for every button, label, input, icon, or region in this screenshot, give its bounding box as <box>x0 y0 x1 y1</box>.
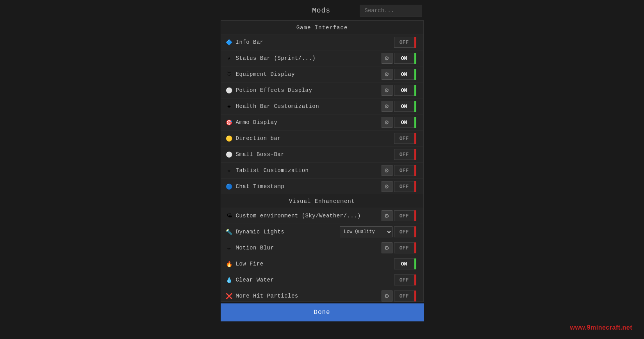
mod-controls-0-2: ⚙ON <box>382 69 419 80</box>
mod-name-1-0: Custom environment (Sky/Weather/...) <box>236 213 382 219</box>
toggle-bar-1-5 <box>414 291 416 301</box>
mod-controls-0-0: OFF <box>394 37 419 48</box>
toggle-label-0-5: ON <box>394 117 414 128</box>
mod-controls-1-3: ON <box>394 258 419 269</box>
toggle-label-0-3: ON <box>394 85 414 96</box>
mod-row-0-9: 🔵Chat Timestamp⚙OFF <box>221 178 423 194</box>
mod-name-0-2: Equipment Display <box>236 71 382 77</box>
toggle-button-0-4[interactable]: ON <box>394 101 419 112</box>
mod-icon-0-2: 🛡 <box>225 71 234 77</box>
mod-icon-1-0: 🌤 <box>225 213 234 219</box>
mod-name-0-9: Chat Timestamp <box>236 183 382 190</box>
toggle-bar-1-1 <box>414 226 416 237</box>
mod-icon-0-5: 🎯 <box>225 119 234 126</box>
dropdown-1-1[interactable]: Low QualityMedium QualityHigh QualityUlt… <box>340 226 392 237</box>
mod-row-0-6: 🟡Direction barOFF <box>221 130 423 146</box>
mod-row-1-3: 🔥Low FireON <box>221 256 423 272</box>
mod-icon-0-8: ✳️ <box>225 167 234 174</box>
mod-name-0-8: Tablist Customization <box>236 167 382 174</box>
gear-button-0-4[interactable]: ⚙ <box>382 101 392 112</box>
mod-controls-1-2: ⚙OFF <box>382 242 419 253</box>
mod-row-0-2: 🛡Equipment Display⚙ON <box>221 66 423 82</box>
mod-name-0-1: Status Bar (Sprint/...) <box>236 55 382 61</box>
search-input[interactable] <box>360 5 422 16</box>
toggle-label-0-6: OFF <box>394 133 414 144</box>
toggle-bar-0-7 <box>414 149 416 160</box>
toggle-bar-1-3 <box>414 258 416 269</box>
toggle-button-0-3[interactable]: ON <box>394 85 419 96</box>
toggle-bar-0-8 <box>414 165 416 176</box>
mod-row-1-0: 🌤Custom environment (Sky/Weather/...)⚙OF… <box>221 208 423 224</box>
mod-row-1-5: ❌More Hit Particles⚙OFF <box>221 288 423 302</box>
toggle-button-0-9[interactable]: OFF <box>394 181 419 192</box>
gear-button-0-9[interactable]: ⚙ <box>382 181 392 192</box>
section-header-0: Game Interface <box>221 21 423 34</box>
gear-button-1-5[interactable]: ⚙ <box>382 291 392 301</box>
toggle-button-0-1[interactable]: ON <box>394 53 419 64</box>
toggle-button-0-7[interactable]: OFF <box>394 149 419 160</box>
toggle-button-0-2[interactable]: ON <box>394 69 419 80</box>
mod-controls-0-4: ⚙ON <box>382 101 419 112</box>
toggle-button-1-0[interactable]: OFF <box>394 210 419 221</box>
mod-controls-0-6: OFF <box>394 133 419 144</box>
main-container: Mods Game Interface🔷Info BarOFF⚡Status B… <box>221 0 424 321</box>
toggle-label-0-9: OFF <box>394 181 414 192</box>
gear-button-0-5[interactable]: ⚙ <box>382 117 392 128</box>
mod-row-1-4: 💧Clear WaterOFF <box>221 272 423 288</box>
toggle-button-1-5[interactable]: OFF <box>394 291 419 301</box>
done-button[interactable]: Done <box>221 303 424 321</box>
gear-button-0-8[interactable]: ⚙ <box>382 165 392 176</box>
mod-name-1-3: Low Fire <box>236 261 394 267</box>
mod-name-1-2: Motion Blur <box>236 245 382 251</box>
toggle-bar-0-5 <box>414 117 416 128</box>
mod-controls-0-1: ⚙ON <box>382 53 419 64</box>
mod-name-1-1: Dynamic Lights <box>236 229 340 235</box>
toggle-label-0-2: ON <box>394 69 414 80</box>
mod-controls-1-4: OFF <box>394 274 419 285</box>
toggle-button-0-5[interactable]: ON <box>394 117 419 128</box>
toggle-button-1-2[interactable]: OFF <box>394 242 419 253</box>
mod-name-0-4: Health Bar Customization <box>236 103 382 109</box>
mod-controls-0-3: ⚙ON <box>382 85 419 96</box>
gear-button-0-2[interactable]: ⚙ <box>382 69 392 80</box>
toggle-bar-0-2 <box>414 69 416 80</box>
mod-icon-0-0: 🔷 <box>225 39 234 46</box>
mod-row-0-4: ❤️Health Bar Customization⚙ON <box>221 98 423 114</box>
toggle-bar-1-2 <box>414 242 416 253</box>
mod-controls-0-9: ⚙OFF <box>382 181 419 192</box>
mod-controls-1-5: ⚙OFF <box>382 291 419 301</box>
scroll-area[interactable]: Game Interface🔷Info BarOFF⚡Status Bar (S… <box>221 20 424 302</box>
gear-button-1-2[interactable]: ⚙ <box>382 242 392 253</box>
toggle-label-1-2: OFF <box>394 242 414 253</box>
mod-row-0-8: ✳️Tablist Customization⚙OFF <box>221 162 423 178</box>
mod-icon-0-6: 🟡 <box>225 135 234 142</box>
section-header-1: Visual Enhancement <box>221 194 423 208</box>
mod-icon-0-9: 🔵 <box>225 183 234 190</box>
toggle-label-1-4: OFF <box>394 274 414 285</box>
toggle-bar-0-9 <box>414 181 416 192</box>
mod-name-1-4: Clear Water <box>236 277 394 283</box>
toggle-label-0-4: ON <box>394 101 414 112</box>
mod-row-1-2: ✏️Motion Blur⚙OFF <box>221 240 423 256</box>
toggle-label-0-0: OFF <box>394 37 414 48</box>
mod-icon-1-1: 🔦 <box>225 229 234 235</box>
toggle-button-0-8[interactable]: OFF <box>394 165 419 176</box>
gear-button-0-3[interactable]: ⚙ <box>382 85 392 96</box>
toggle-bar-1-0 <box>414 210 416 221</box>
mod-name-1-5: More Hit Particles <box>236 293 382 299</box>
mod-controls-0-8: ⚙OFF <box>382 165 419 176</box>
toggle-button-0-0[interactable]: OFF <box>394 37 419 48</box>
toggle-button-1-4[interactable]: OFF <box>394 274 419 285</box>
toggle-button-1-3[interactable]: ON <box>394 258 419 269</box>
toggle-bar-0-0 <box>414 37 416 48</box>
gear-button-0-1[interactable]: ⚙ <box>382 53 392 64</box>
mod-icon-0-1: ⚡ <box>225 55 234 62</box>
gear-button-1-0[interactable]: ⚙ <box>382 210 392 221</box>
mod-icon-1-5: ❌ <box>225 293 234 300</box>
mod-row-0-5: 🎯Ammo Display⚙ON <box>221 114 423 130</box>
top-bar: Mods <box>221 0 424 20</box>
toggle-label-0-8: OFF <box>394 165 414 176</box>
toggle-button-0-6[interactable]: OFF <box>394 133 419 144</box>
toggle-label-1-3: ON <box>394 258 414 269</box>
toggle-button-1-1[interactable]: OFF <box>394 226 419 237</box>
